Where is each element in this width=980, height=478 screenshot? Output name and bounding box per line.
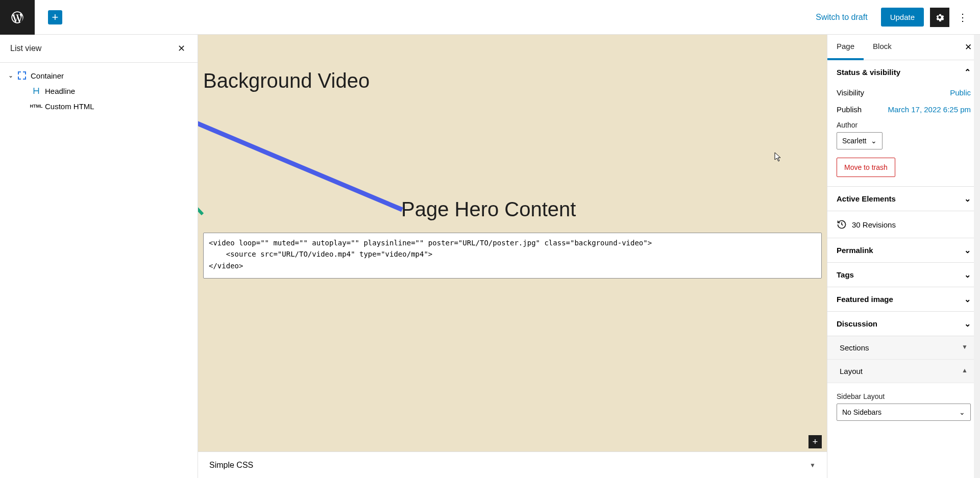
move-to-trash-button[interactable]: Move to trash [837,158,895,177]
update-button[interactable]: Update [881,8,924,27]
panel-title: Featured image [837,295,893,304]
settings-sidebar: Page Block ✕ Status & visibility ⌃ Visib… [827,35,980,478]
wordpress-icon [10,10,24,24]
chevron-up-icon: ⌃ [964,67,971,77]
tree-item-label: Headline [45,87,75,95]
sidebar-layout-select[interactable]: No Sidebars ⌄ [837,404,971,421]
panel-title: Active Elements [837,194,896,203]
switch-to-draft-button[interactable]: Switch to draft [808,9,874,26]
panel-discussion[interactable]: Discussion⌄ [827,312,980,336]
sidebar-layout-value: No Sidebars [842,408,881,416]
chevron-down-icon[interactable]: ⌄ [8,72,13,79]
panel-title: Status & visibility [837,68,900,77]
gear-icon [934,12,945,23]
metabox-layout[interactable]: Layout ▲ [827,360,980,383]
chevron-down-icon: ⌄ [964,194,971,204]
triangle-down-icon: ▼ [962,343,968,352]
panel-active-elements[interactable]: Active Elements ⌄ [827,187,980,211]
sidebar-layout-label: Sidebar Layout [837,392,971,400]
wordpress-logo[interactable] [0,0,35,35]
panel-title: Permalink [837,246,873,255]
html-icon: HTML [32,102,41,111]
chevron-down-icon: ⌄ [964,294,971,304]
chevron-down-icon: ⌄ [964,319,971,329]
simple-css-panel[interactable]: Simple CSS ▼ [198,451,827,478]
vertical-scrollbar[interactable] [974,35,980,478]
panel-featured-image[interactable]: Featured image⌄ [827,287,980,311]
container-icon [18,71,26,80]
chevron-down-icon: ⌄ [871,137,877,145]
author-label: Author [837,121,971,129]
chevron-down-icon: ⌄ [964,270,971,280]
svg-line-1 [198,105,203,214]
triangle-up-icon: ▲ [962,367,968,375]
settings-button[interactable] [930,8,949,27]
publish-value[interactable]: March 17, 2022 6:25 pm [888,105,971,114]
metabox-title: Sections [840,343,869,352]
panel-title: Discussion [837,319,877,328]
editor-top-bar: + Switch to draft Update ⋮ [0,0,980,35]
metabox-sections[interactable]: Sections ▼ [827,336,980,360]
mouse-cursor-icon [774,152,782,162]
chevron-down-icon: ⌄ [964,245,971,255]
author-select[interactable]: Scarlett ⌄ [837,132,883,149]
revisions-text: 30 Revisions [852,220,896,229]
revisions-link[interactable]: 30 Revisions [827,211,980,238]
history-icon [837,219,847,230]
visibility-label: Visibility [837,88,864,97]
chevron-down-icon: ⌄ [959,408,965,416]
tab-block[interactable]: Block [864,35,901,60]
tree-item-label: Container [31,71,64,80]
more-options-button[interactable]: ⋮ [955,8,970,27]
editor-canvas[interactable]: Background Video Page Hero Content <vide… [198,35,827,478]
svg-line-0 [198,79,402,210]
add-block-button[interactable]: + [48,10,62,24]
headline-icon [32,86,41,95]
tree-item-custom-html[interactable]: HTML Custom HTML [0,98,198,114]
list-view-panel: List view ✕ ⌄ Container Headline HTML Cu… [0,35,198,478]
publish-label: Publish [837,105,862,114]
panel-title: Tags [837,270,854,279]
add-block-inline-button[interactable]: + [808,435,822,448]
tree-item-headline[interactable]: Headline [0,83,198,98]
close-list-view-button[interactable]: ✕ [176,41,187,56]
panel-status-visibility[interactable]: Status & visibility ⌃ [827,60,980,84]
tree-item-label: Custom HTML [45,102,94,111]
custom-html-block[interactable]: <video loop="" muted="" autoplay="" play… [203,233,822,279]
page-title[interactable]: Background Video [203,69,370,92]
panel-permalink[interactable]: Permalink⌄ [827,238,980,262]
metabox-title: Layout [840,367,863,375]
tab-page[interactable]: Page [827,35,864,60]
visibility-value[interactable]: Public [950,88,971,97]
panel-tags[interactable]: Tags⌄ [827,263,980,287]
headline-block[interactable]: Page Hero Content [401,198,576,221]
list-view-title: List view [10,44,41,53]
triangle-down-icon: ▼ [810,462,816,469]
simple-css-label: Simple CSS [209,461,253,470]
tree-item-container[interactable]: ⌄ Container [0,68,198,83]
author-value: Scarlett [842,137,866,145]
